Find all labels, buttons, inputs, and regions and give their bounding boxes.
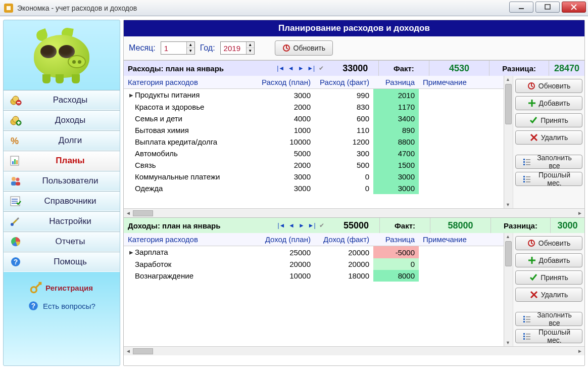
expenses-vscroll[interactable] — [504, 76, 513, 208]
col-note[interactable]: Примечание — [419, 233, 504, 246]
key-icon — [30, 282, 41, 293]
sidebar-item-7[interactable]: Отчеты — [4, 232, 120, 252]
minimize-button[interactable] — [509, 2, 533, 13]
nav-first-icon[interactable]: |◄ — [277, 65, 285, 72]
prev-month-button[interactable]: Прошлый мес. — [515, 329, 582, 343]
month-spinner[interactable]: ▲▼ — [161, 41, 195, 55]
nav-last-icon[interactable]: ►| — [307, 65, 315, 72]
month-up[interactable]: ▲ — [187, 42, 194, 48]
people-icon — [9, 175, 23, 187]
delete-button[interactable]: Удалить — [515, 288, 582, 302]
table-row[interactable]: Заработок20000200000 — [124, 258, 504, 270]
sidebar-item-6[interactable]: Настройки — [4, 211, 120, 232]
fill-all-button-icon — [523, 315, 531, 323]
year-up[interactable]: ▲ — [247, 42, 254, 48]
sidebar-item-label: Пользователи — [26, 176, 115, 186]
help-icon — [28, 300, 39, 311]
table-row[interactable]: ▸Продукты питания30009902010 — [124, 89, 504, 102]
col-diff[interactable]: Разница — [373, 233, 419, 246]
fill-all-button[interactable]: Заполнить все — [515, 155, 582, 169]
add-button[interactable]: Добавить — [515, 253, 582, 267]
nav-prev-icon[interactable]: ◄ — [287, 222, 296, 229]
expenses-nav: |◄ ◄ ► ►| ✔ — [270, 65, 332, 72]
nav-last-icon[interactable]: ►| — [308, 222, 316, 229]
table-row[interactable]: Одежда300003000 — [124, 182, 504, 194]
sidebar-item-label: Справочники — [26, 196, 115, 206]
svg-rect-19 — [17, 102, 20, 103]
nav-prev-icon[interactable]: ◄ — [287, 65, 295, 72]
sidebar-item-1[interactable]: Доходы — [4, 110, 120, 130]
incomes-fact-label: Факт: — [379, 218, 430, 233]
expenses-hscroll[interactable]: ◄► — [124, 208, 584, 217]
col-fact[interactable]: Доход (факт) — [315, 233, 373, 246]
list-check-icon — [9, 195, 23, 207]
prev-month-button-icon — [523, 175, 531, 183]
incomes-title: Доходы: план на январь — [124, 221, 270, 230]
sidebar-item-5[interactable]: Справочники — [4, 191, 120, 211]
table-row[interactable]: Бытовая химия1000110890 — [124, 124, 504, 136]
col-plan[interactable]: Расход (план) — [253, 76, 315, 89]
questions-link[interactable]: Есть вопросы? — [28, 300, 95, 311]
delete-button[interactable]: Удалить — [515, 130, 582, 145]
table-row[interactable]: Автомобиль50003004700 — [124, 148, 504, 159]
add-button-icon — [528, 256, 536, 264]
fill-all-button[interactable]: Заполнить все — [515, 312, 582, 326]
accept-button[interactable]: Принять — [515, 270, 582, 285]
add-button-icon — [528, 99, 536, 107]
incomes-hscroll[interactable]: ◄► — [124, 346, 584, 355]
sidebar-item-4[interactable]: Пользователи — [4, 171, 120, 191]
sidebar-item-2[interactable]: %Долги — [4, 130, 120, 151]
register-link[interactable]: Регистрация — [30, 282, 93, 293]
sidebar-item-3[interactable]: Планы — [4, 151, 120, 171]
svg-rect-24 — [18, 121, 19, 124]
incomes-fact-total: 58000 — [430, 218, 491, 233]
month-input[interactable] — [161, 44, 186, 53]
accept-button-icon — [529, 273, 537, 282]
table-row[interactable]: Красота и здоровье20008301170 — [124, 101, 504, 113]
svg-text:%: % — [11, 136, 19, 146]
table-row[interactable]: Семья и дети40006003400 — [124, 113, 504, 124]
month-down[interactable]: ▼ — [187, 48, 194, 54]
col-category[interactable]: Категория расходов — [124, 76, 253, 89]
prev-month-button[interactable]: Прошлый мес. — [515, 172, 582, 186]
year-down[interactable]: ▼ — [247, 48, 254, 54]
refresh-button-icon — [527, 82, 535, 90]
tools-icon — [9, 215, 23, 227]
table-row[interactable]: ▸Зарплата2500020000-5000 — [124, 246, 504, 259]
expenses-diff-label: Разница: — [489, 61, 549, 76]
table-row[interactable]: Выплата кредита/долга1000012008800 — [124, 136, 504, 148]
col-fact[interactable]: Расход (факт) — [315, 76, 373, 89]
refresh-button[interactable]: Обновить — [515, 79, 582, 93]
expenses-fact-total: 4530 — [429, 61, 489, 76]
nav-next-icon[interactable]: ► — [298, 222, 306, 229]
sidebar-item-0[interactable]: Расходы — [4, 90, 120, 110]
table-row[interactable]: Вознаграждение10000180008000 — [124, 270, 504, 282]
nav-check-icon[interactable]: ✔ — [317, 65, 325, 72]
col-diff[interactable]: Разница — [373, 76, 419, 89]
col-note[interactable]: Примечание — [419, 76, 504, 89]
svg-point-31 — [16, 178, 20, 181]
incomes-section: Доходы: план на январь |◄ ◄ ► ►| ✔ 55000… — [124, 217, 584, 355]
refresh-button[interactable]: Обновить — [515, 236, 582, 250]
col-category[interactable]: Категория расходов — [124, 233, 253, 246]
svg-text:?: ? — [14, 258, 18, 266]
maximize-button[interactable] — [535, 2, 560, 13]
nav-check-icon[interactable]: ✔ — [318, 222, 326, 229]
nav-first-icon[interactable]: |◄ — [277, 222, 285, 229]
nav-next-icon[interactable]: ► — [297, 65, 305, 72]
sidebar-item-label: Доходы — [26, 115, 115, 125]
add-button[interactable]: Добавить — [515, 96, 582, 110]
incomes-diff-total: 3000 — [550, 218, 584, 233]
refresh-button[interactable]: Обновить — [275, 40, 333, 56]
table-row[interactable]: Связь20005001500 — [124, 159, 504, 171]
close-button[interactable] — [562, 2, 586, 13]
year-spinner[interactable]: ▲▼ — [220, 41, 255, 55]
table-row[interactable]: Коммунальные платежи300003000 — [124, 171, 504, 182]
year-input[interactable] — [221, 44, 246, 53]
incomes-vscroll[interactable] — [504, 233, 513, 346]
controls-row: Месяц: ▲▼ Год: ▲▼ Обновить — [124, 36, 584, 60]
month-label: Месяц: — [129, 43, 156, 53]
sidebar-item-8[interactable]: ?Помощь — [4, 252, 120, 272]
col-plan[interactable]: Доход (план) — [253, 233, 315, 246]
accept-button[interactable]: Принять — [515, 113, 582, 127]
